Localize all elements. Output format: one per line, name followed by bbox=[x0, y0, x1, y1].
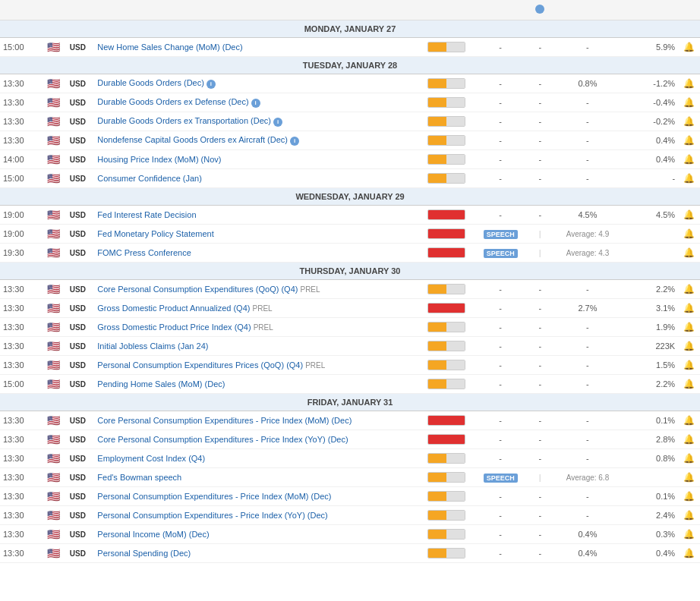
bell-icon-inactive[interactable]: 🔔 bbox=[683, 78, 695, 89]
bell-icon-active[interactable]: 🔔 bbox=[683, 434, 695, 445]
bell-icon-active[interactable]: 🔔 bbox=[683, 135, 695, 146]
bell-icon-active[interactable]: 🔔 bbox=[683, 303, 695, 313]
event-link[interactable]: Durable Goods Orders ex Defense (Dec) bbox=[97, 97, 248, 106]
event-link[interactable]: Initial Jobless Claims (Jan 24) bbox=[97, 341, 208, 351]
event-info-icon[interactable]: i bbox=[207, 80, 216, 89]
event-info-icon[interactable]: i bbox=[273, 118, 282, 127]
event-name[interactable]: Nondefense Capital Goods Orders ex Aircr… bbox=[94, 131, 418, 150]
event-link[interactable]: Personal Consumption Expenditures Prices… bbox=[97, 360, 325, 370]
event-name[interactable]: Personal Consumption Expenditures Prices… bbox=[94, 356, 418, 375]
bell-icon-inactive[interactable]: 🔔 bbox=[683, 548, 695, 559]
event-name[interactable]: Durable Goods Orders (Dec) i bbox=[94, 74, 418, 93]
event-alert[interactable]: 🔔 bbox=[678, 375, 700, 394]
bell-icon-inactive[interactable]: 🔔 bbox=[683, 529, 695, 540]
event-name[interactable]: Personal Income (MoM) (Dec) bbox=[94, 525, 418, 544]
bell-icon-inactive[interactable]: 🔔 bbox=[683, 472, 695, 483]
event-name[interactable]: FOMC Press Conference bbox=[94, 244, 418, 263]
event-link[interactable]: New Home Sales Change (MoM) (Dec) bbox=[97, 42, 242, 52]
event-name[interactable]: New Home Sales Change (MoM) (Dec) bbox=[94, 38, 418, 57]
event-alert[interactable]: 🔔 bbox=[678, 337, 700, 356]
event-alert[interactable]: 🔔 bbox=[678, 430, 700, 449]
event-name[interactable]: Durable Goods Orders ex Defense (Dec) i bbox=[94, 93, 418, 112]
event-name[interactable]: Personal Consumption Expenditures - Pric… bbox=[94, 506, 418, 525]
event-alert[interactable]: 🔔 bbox=[678, 280, 700, 299]
event-alert[interactable]: 🔔 bbox=[678, 112, 700, 131]
event-alert[interactable]: 🔔 bbox=[678, 206, 700, 225]
event-link[interactable]: Fed Monetary Policy Statement bbox=[97, 229, 213, 238]
event-alert[interactable]: 🔔 bbox=[678, 487, 700, 506]
bell-icon-inactive[interactable]: 🔔 bbox=[683, 42, 695, 52]
event-info-icon[interactable]: i bbox=[251, 99, 260, 108]
event-name[interactable]: Personal Spending (Dec) bbox=[94, 544, 418, 563]
bell-icon-active[interactable]: 🔔 bbox=[683, 341, 695, 351]
event-alert[interactable]: 🔔 bbox=[678, 74, 700, 93]
bell-icon-inactive[interactable]: 🔔 bbox=[683, 379, 695, 389]
event-name[interactable]: Consumer Confidence (Jan) bbox=[94, 169, 418, 188]
bell-icon-inactive[interactable]: 🔔 bbox=[683, 415, 695, 426]
event-alert[interactable]: 🔔 bbox=[678, 169, 700, 188]
event-link[interactable]: Personal Income (MoM) (Dec) bbox=[97, 530, 209, 539]
event-info-icon[interactable]: i bbox=[290, 137, 299, 146]
dev-info-icon[interactable] bbox=[535, 5, 544, 14]
event-link[interactable]: Employment Cost Index (Q4) bbox=[97, 454, 205, 463]
event-alert[interactable]: 🔔 bbox=[678, 299, 700, 318]
event-link[interactable]: Personal Consumption Expenditures - Pric… bbox=[97, 511, 327, 520]
event-link[interactable]: Personal Consumption Expenditures - Pric… bbox=[97, 492, 331, 501]
event-alert[interactable]: 🔔 bbox=[678, 318, 700, 337]
event-alert[interactable]: 🔔 bbox=[678, 468, 700, 487]
event-name[interactable]: Employment Cost Index (Q4) bbox=[94, 449, 418, 468]
event-name[interactable]: Housing Price Index (MoM) (Nov) bbox=[94, 150, 418, 169]
event-link[interactable]: Nondefense Capital Goods Orders ex Aircr… bbox=[97, 135, 288, 144]
bell-icon-inactive[interactable]: 🔔 bbox=[683, 247, 695, 258]
event-link[interactable]: Consumer Confidence (Jan) bbox=[97, 174, 202, 183]
event-alert[interactable]: 🔔 bbox=[678, 244, 700, 263]
bell-icon-inactive[interactable]: 🔔 bbox=[683, 360, 695, 370]
event-link[interactable]: Durable Goods Orders (Dec) bbox=[97, 78, 204, 87]
event-alert[interactable]: 🔔 bbox=[678, 449, 700, 468]
event-name[interactable]: Gross Domestic Product Annualized (Q4) P… bbox=[94, 299, 418, 318]
event-alert[interactable]: 🔔 bbox=[678, 225, 700, 244]
event-name[interactable]: Fed Monetary Policy Statement bbox=[94, 225, 418, 244]
event-name[interactable]: Core Personal Consumption Expenditures -… bbox=[94, 430, 418, 449]
event-alert[interactable]: 🔔 bbox=[678, 411, 700, 430]
bell-icon-inactive[interactable]: 🔔 bbox=[683, 154, 695, 165]
event-alert[interactable]: 🔔 bbox=[678, 131, 700, 150]
event-link[interactable]: Gross Domestic Product Annualized (Q4) P… bbox=[97, 304, 272, 313]
event-alert[interactable]: 🔔 bbox=[678, 38, 700, 57]
event-name[interactable]: Core Personal Consumption Expenditures -… bbox=[94, 411, 418, 430]
event-name[interactable]: Fed Interest Rate Decision bbox=[94, 206, 418, 225]
event-name[interactable]: Initial Jobless Claims (Jan 24) bbox=[94, 337, 418, 356]
event-link[interactable]: Housing Price Index (MoM) (Nov) bbox=[97, 155, 221, 164]
event-alert[interactable]: 🔔 bbox=[678, 150, 700, 169]
bell-icon-inactive[interactable]: 🔔 bbox=[683, 453, 695, 464]
event-link[interactable]: Core Personal Consumption Expenditures -… bbox=[97, 435, 348, 444]
event-link[interactable]: Personal Spending (Dec) bbox=[97, 549, 191, 558]
bell-icon-inactive[interactable]: 🔔 bbox=[683, 116, 695, 127]
event-alert[interactable]: 🔔 bbox=[678, 506, 700, 525]
event-link[interactable]: Fed's Bowman speech bbox=[97, 473, 181, 482]
event-link[interactable]: Fed Interest Rate Decision bbox=[97, 210, 196, 219]
event-link[interactable]: Durable Goods Orders ex Transportation (… bbox=[97, 116, 271, 125]
bell-icon-active[interactable]: 🔔 bbox=[683, 209, 695, 220]
event-link[interactable]: Gross Domestic Product Price Index (Q4) … bbox=[97, 323, 273, 332]
bell-icon-inactive[interactable]: 🔔 bbox=[683, 284, 695, 294]
event-alert[interactable]: 🔔 bbox=[678, 525, 700, 544]
event-name[interactable]: Durable Goods Orders ex Transportation (… bbox=[94, 112, 418, 131]
bell-icon-inactive[interactable]: 🔔 bbox=[683, 228, 695, 239]
event-name[interactable]: Fed's Bowman speech bbox=[94, 468, 418, 487]
event-name[interactable]: Gross Domestic Product Price Index (Q4) … bbox=[94, 318, 418, 337]
bell-icon-inactive[interactable]: 🔔 bbox=[683, 322, 695, 332]
bell-icon-inactive[interactable]: 🔔 bbox=[683, 491, 695, 502]
event-alert[interactable]: 🔔 bbox=[678, 356, 700, 375]
event-alert[interactable]: 🔔 bbox=[678, 544, 700, 563]
bell-icon-inactive[interactable]: 🔔 bbox=[683, 173, 695, 184]
event-link[interactable]: Core Personal Consumption Expenditures -… bbox=[97, 416, 352, 425]
event-link[interactable]: Pending Home Sales (MoM) (Dec) bbox=[97, 379, 225, 389]
event-name[interactable]: Personal Consumption Expenditures - Pric… bbox=[94, 487, 418, 506]
event-name[interactable]: Core Personal Consumption Expenditures (… bbox=[94, 280, 418, 299]
event-alert[interactable]: 🔔 bbox=[678, 93, 700, 112]
event-link[interactable]: Core Personal Consumption Expenditures (… bbox=[97, 285, 320, 294]
event-name[interactable]: Pending Home Sales (MoM) (Dec) bbox=[94, 375, 418, 394]
bell-icon-inactive[interactable]: 🔔 bbox=[683, 97, 695, 108]
event-link[interactable]: FOMC Press Conference bbox=[97, 248, 191, 257]
